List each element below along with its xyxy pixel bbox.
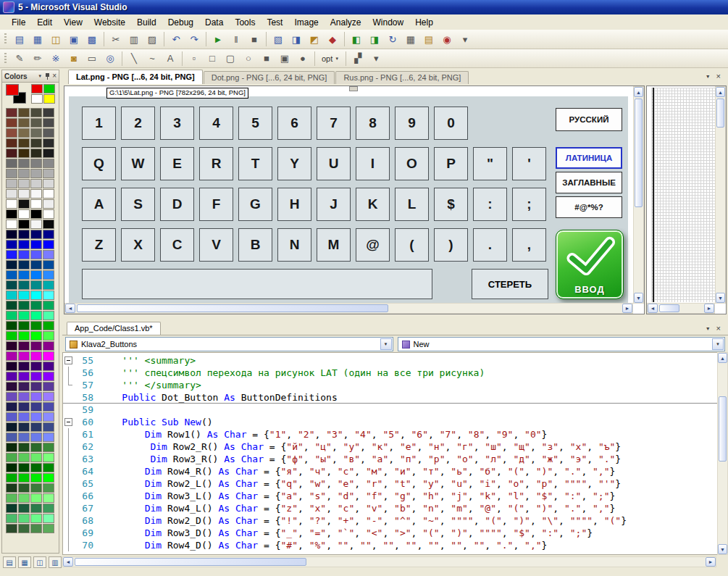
rotate-image-button[interactable]: ↻ (384, 30, 401, 48)
color-swatch[interactable] (43, 270, 54, 280)
color-swatch[interactable] (6, 138, 17, 148)
color-swatch[interactable] (18, 138, 30, 148)
menu-help[interactable]: Help (409, 16, 439, 29)
color-swatch[interactable] (30, 240, 42, 249)
color-swatch[interactable] (31, 84, 43, 93)
zoom-vertical-scrollbar[interactable]: ▲ ▼ (715, 86, 726, 304)
menu-website[interactable]: Website (88, 16, 131, 29)
color-swatch[interactable] (43, 422, 54, 432)
selection-tool-button[interactable]: ▫ (185, 50, 203, 67)
document-tab-2[interactable]: Dot.png - PNG [...6, 24 bit, PNG] (204, 71, 335, 84)
paste-button[interactable]: ▨ (143, 30, 161, 48)
color-swatch[interactable] (6, 524, 17, 533)
color-swatch[interactable] (18, 149, 30, 158)
color-swatch[interactable] (30, 524, 42, 533)
titlebar[interactable]: 5 - Microsoft Visual Studio (0, 0, 728, 14)
line-tool-button[interactable]: ╲ (125, 50, 143, 67)
color-swatch[interactable] (30, 128, 42, 138)
color-swatch[interactable] (30, 341, 42, 351)
color-swatch[interactable] (30, 118, 42, 128)
color-swatch[interactable] (30, 301, 42, 310)
color-swatch[interactable] (18, 240, 30, 249)
color-swatch[interactable] (43, 280, 54, 290)
color-swatch[interactable] (18, 372, 30, 381)
magnify-tool-button[interactable]: ◎ (101, 50, 119, 67)
color-swatch[interactable] (6, 280, 17, 290)
color-swatch[interactable] (6, 260, 17, 270)
color-swatch[interactable] (18, 422, 30, 432)
color-swatch[interactable] (30, 260, 42, 270)
color-swatch[interactable] (30, 514, 42, 523)
copy-button[interactable]: ▥ (125, 30, 143, 48)
color-swatch[interactable] (43, 138, 54, 148)
text-tool-button[interactable]: A (162, 50, 179, 67)
color-swatch[interactable] (30, 443, 42, 452)
scroll-thumb[interactable] (75, 558, 306, 566)
color-swatch[interactable] (6, 209, 17, 219)
color-swatch[interactable] (30, 473, 42, 483)
color-swatch[interactable] (30, 280, 42, 290)
color-swatch[interactable] (30, 230, 42, 239)
save-all-button[interactable]: ▩ (83, 30, 101, 48)
color-swatch[interactable] (30, 199, 42, 209)
color-swatch[interactable] (30, 422, 42, 432)
curve-tool-button[interactable]: ~ (143, 50, 161, 67)
color-swatch[interactable] (43, 382, 54, 391)
split-handle[interactable] (349, 86, 358, 91)
color-swatch[interactable] (18, 493, 30, 503)
color-swatch[interactable] (43, 402, 54, 412)
color-swatch[interactable] (6, 341, 17, 351)
color-swatch[interactable] (6, 351, 17, 361)
color-swatch[interactable] (6, 463, 17, 472)
image-canvas-pane[interactable]: G:\1\5\Lat.png - PNG [782x296, 24 bit, P… (64, 85, 645, 314)
flip-vertical-button[interactable]: ◨ (366, 30, 383, 48)
color-swatch[interactable] (43, 392, 54, 401)
scroll-down-button[interactable]: ▼ (634, 293, 643, 303)
zoom-pane[interactable]: ▲ ▼ ◄ ► (646, 85, 727, 314)
color-swatch[interactable] (6, 392, 17, 401)
color-swatch[interactable] (43, 149, 54, 158)
color-swatch[interactable] (18, 118, 30, 128)
color-swatch[interactable] (43, 372, 54, 381)
close-document-icon[interactable]: × (716, 72, 721, 80)
color-swatch[interactable] (6, 372, 17, 381)
color-swatch[interactable] (18, 108, 30, 117)
pin-icon[interactable] (44, 72, 50, 80)
color-swatch[interactable] (18, 382, 30, 391)
scroll-thumb[interactable] (659, 304, 679, 312)
color-swatch[interactable] (43, 108, 54, 117)
menu-test[interactable]: Test (261, 16, 288, 29)
color-swatch[interactable] (43, 159, 54, 168)
color-swatch[interactable] (18, 514, 30, 523)
color-swatch[interactable] (30, 169, 42, 178)
color-swatch[interactable] (43, 301, 54, 310)
color-swatch[interactable] (43, 94, 55, 104)
document-tab-3[interactable]: Rus.png - PNG [...6, 24 bit, PNG] (335, 71, 469, 84)
dropdown-arrow-icon[interactable]: ▼ (712, 338, 724, 350)
break-all-button[interactable]: ‖ (227, 30, 245, 48)
color-swatch[interactable] (18, 433, 30, 442)
color-swatch[interactable] (6, 402, 17, 412)
solution-explorer-button[interactable]: ▧ (269, 30, 287, 48)
scroll-down-button[interactable]: ▼ (718, 544, 727, 554)
color-swatch[interactable] (43, 483, 54, 493)
color-swatch[interactable] (6, 301, 17, 310)
airbrush-tool-button[interactable]: ※ (47, 50, 64, 67)
color-swatch[interactable] (43, 453, 54, 462)
color-swatch[interactable] (6, 504, 17, 513)
color-swatch[interactable] (6, 473, 17, 483)
color-swatch[interactable] (18, 159, 30, 168)
color-swatch[interactable] (6, 240, 17, 249)
menu-image[interactable]: Image (288, 16, 324, 29)
chevron-down-icon[interactable]: ▼ (38, 74, 42, 78)
menu-build[interactable]: Build (131, 16, 162, 29)
color-swatch[interactable] (18, 504, 30, 513)
fold-toggle[interactable] (64, 418, 72, 426)
color-swatch[interactable] (6, 483, 17, 493)
zoom-horizontal-scrollbar[interactable]: ◄ ► (647, 303, 715, 314)
menu-data[interactable]: Data (199, 16, 229, 29)
menu-window[interactable]: Window (367, 16, 409, 29)
stop-debugging-button[interactable]: ■ (246, 30, 263, 48)
fill-tool-button[interactable]: ◙ (65, 50, 83, 67)
image-properties-button[interactable]: ▤ (420, 30, 438, 48)
